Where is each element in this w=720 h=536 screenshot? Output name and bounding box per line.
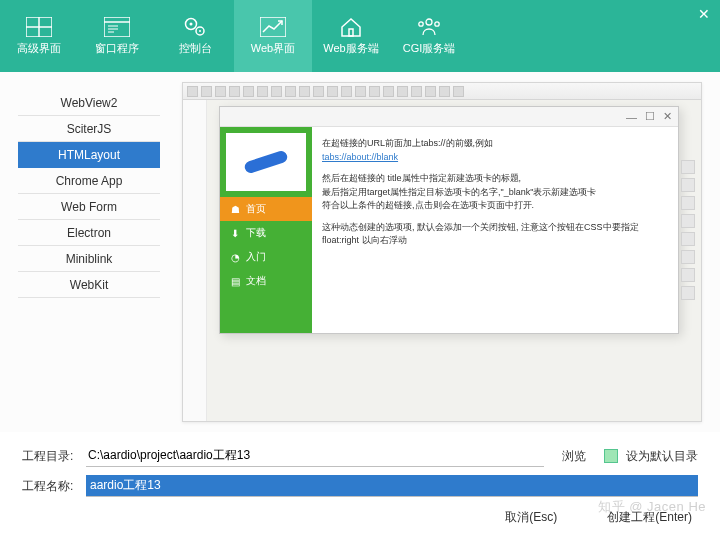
create-button[interactable]: 创建工程(Enter) <box>607 509 692 526</box>
default-dir-label: 设为默认目录 <box>626 448 698 465</box>
editor-toolbar <box>183 83 701 100</box>
demo-text: 符合以上条件的超链接,点击则会在选项卡页面中打开. <box>322 199 668 213</box>
home-icon <box>337 16 365 38</box>
editor-gutter <box>183 100 207 421</box>
max-icon[interactable]: ☐ <box>645 110 655 123</box>
preview-pane: — ☐ ✕ ☗首页 ⬇下载 ◔入门 ▤文档 <box>178 72 720 432</box>
project-dir-input[interactable] <box>86 445 544 467</box>
sidebar-item-webkit[interactable]: WebKit <box>18 272 160 298</box>
browse-button[interactable]: 浏览 <box>552 448 596 465</box>
toolbar-web-server[interactable]: Web服务端 <box>312 0 390 72</box>
demo-titlebar: — ☐ ✕ <box>220 107 678 127</box>
toolbar-cgi-server[interactable]: CGI服务端 <box>390 0 468 72</box>
sidebar-item-chromeapp[interactable]: Chrome App <box>18 168 160 194</box>
svg-point-16 <box>435 22 439 26</box>
min-icon[interactable]: — <box>626 111 637 123</box>
svg-rect-13 <box>349 29 353 36</box>
toolbar-label: Web界面 <box>251 41 295 56</box>
gear-icon <box>181 16 209 38</box>
demo-text: 这种动态创建的选项项, 默认会添加一个关闭按钮, 注意这个按钮在CSS中要指定 … <box>322 221 668 248</box>
close-icon[interactable]: ✕ <box>698 6 710 22</box>
editor-area: — ☐ ✕ ☗首页 ⬇下载 ◔入门 ▤文档 <box>207 100 701 421</box>
name-label: 工程名称: <box>22 478 78 495</box>
toolbar-adv-ui[interactable]: 高级界面 <box>0 0 78 72</box>
demo-content: 在超链接的URL前面加上tabs://的前缀,例如 tabs://about:/… <box>312 127 678 333</box>
toolbar-label: CGI服务端 <box>403 41 456 56</box>
home-icon: ☗ <box>230 204 240 214</box>
default-dir-checkbox[interactable] <box>604 449 618 463</box>
sidebar-item-htmlayout[interactable]: HTMLayout <box>18 142 160 168</box>
sidebar-item-miniblink[interactable]: Miniblink <box>18 246 160 272</box>
toolbar-label: 控制台 <box>179 41 212 56</box>
chart-icon <box>259 16 287 38</box>
sidebar-item-webview2[interactable]: WebView2 <box>18 90 160 116</box>
sidebar-item-webform[interactable]: Web Form <box>18 194 160 220</box>
people-icon <box>415 16 443 38</box>
toolbar-console[interactable]: 控制台 <box>156 0 234 72</box>
toolbar-label: 窗口程序 <box>95 41 139 56</box>
cancel-button[interactable]: 取消(Esc) <box>505 509 557 526</box>
toolbar-label: Web服务端 <box>323 41 378 56</box>
bottom-form: 工程目录: 浏览 设为默认目录 工程名称: aardio工程13 取消(Esc)… <box>0 437 720 536</box>
demo-link[interactable]: tabs://about://blank <box>322 152 398 162</box>
body: WebView2 SciterJS HTMLayout Chrome App W… <box>0 72 720 432</box>
close-icon[interactable]: ✕ <box>663 110 672 123</box>
sidebar-item-electron[interactable]: Electron <box>18 220 160 246</box>
dir-label: 工程目录: <box>22 448 78 465</box>
top-toolbar: 高级界面 窗口程序 控制台 Web界面 Web服务端 CGI服务端 ✕ <box>0 0 720 72</box>
svg-rect-12 <box>260 17 286 37</box>
editor-roll <box>681 160 695 391</box>
svg-point-11 <box>199 30 201 32</box>
demo-nav-doc[interactable]: ▤文档 <box>220 269 312 293</box>
demo-nav-home[interactable]: ☗首页 <box>220 197 312 221</box>
demo-logo <box>226 133 306 191</box>
demo-nav-download[interactable]: ⬇下载 <box>220 221 312 245</box>
svg-rect-3 <box>104 17 130 37</box>
usb-icon <box>243 149 289 174</box>
preview-screenshot: — ☐ ✕ ☗首页 ⬇下载 ◔入门 ▤文档 <box>182 82 702 422</box>
project-name-input[interactable]: aardio工程13 <box>86 475 698 497</box>
svg-point-15 <box>419 22 423 26</box>
download-icon: ⬇ <box>230 228 240 238</box>
demo-nav: ☗首页 ⬇下载 ◔入门 ▤文档 <box>220 127 312 333</box>
demo-window: — ☐ ✕ ☗首页 ⬇下载 ◔入门 ▤文档 <box>219 106 679 334</box>
toolbar-web-ui[interactable]: Web界面 <box>234 0 312 72</box>
demo-nav-enter[interactable]: ◔入门 <box>220 245 312 269</box>
demo-text: 最后指定用target属性指定目标选项卡的名字,"_blank"表示新建选项卡 <box>322 186 668 200</box>
svg-point-9 <box>190 23 193 26</box>
sidebar-item-sciterjs[interactable]: SciterJS <box>18 116 160 142</box>
svg-point-14 <box>426 19 432 25</box>
grid-icon <box>25 16 53 38</box>
template-sidebar: WebView2 SciterJS HTMLayout Chrome App W… <box>0 72 178 432</box>
demo-text: 然后在超链接的 title属性中指定新建选项卡的标题, <box>322 172 668 186</box>
doc-icon: ▤ <box>230 276 240 286</box>
window-icon <box>103 16 131 38</box>
enter-icon: ◔ <box>230 252 240 262</box>
toolbar-label: 高级界面 <box>17 41 61 56</box>
toolbar-window-prog[interactable]: 窗口程序 <box>78 0 156 72</box>
demo-text: 在超链接的URL前面加上tabs://的前缀,例如 <box>322 137 668 151</box>
